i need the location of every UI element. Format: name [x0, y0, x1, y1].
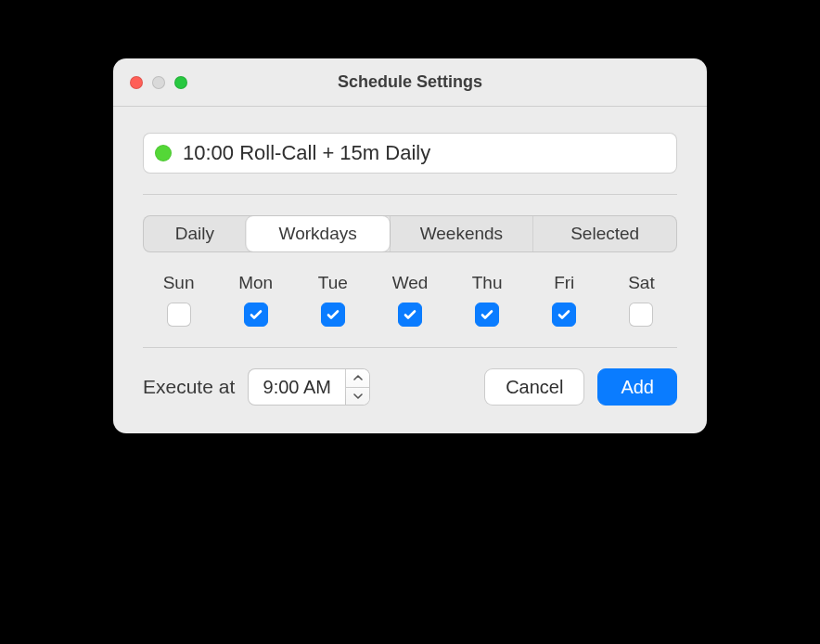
day-label: Sun: [163, 273, 195, 293]
day-wed: Wed: [374, 273, 445, 327]
day-fri: Fri: [529, 273, 600, 327]
divider: [143, 194, 677, 195]
execute-at-label: Execute at: [143, 376, 235, 398]
frequency-segmented: Daily Workdays Weekends Selected: [143, 215, 677, 252]
time-value: 9:00 AM: [249, 369, 345, 405]
day-label: Wed: [392, 273, 429, 293]
status-dot-icon: [155, 145, 172, 161]
day-label: Fri: [554, 273, 574, 293]
day-label: Tue: [318, 273, 348, 293]
checkbox-sat[interactable]: [629, 303, 653, 327]
stepper-down-icon[interactable]: [346, 387, 369, 406]
checkbox-mon[interactable]: [244, 303, 268, 327]
checkbox-thu[interactable]: [475, 303, 499, 327]
checkbox-wed[interactable]: [398, 303, 422, 327]
time-field[interactable]: 9:00 AM: [248, 368, 370, 406]
day-label: Sat: [628, 273, 655, 293]
day-mon: Mon: [220, 273, 291, 327]
minimize-icon[interactable]: [152, 76, 165, 89]
window-title: Schedule Settings: [128, 72, 692, 92]
segment-selected[interactable]: Selected: [532, 216, 676, 251]
dialog-body: 10:00 Roll-Call + 15m Daily Daily Workda…: [113, 107, 707, 433]
checkbox-fri[interactable]: [552, 303, 576, 327]
window-controls: [130, 76, 187, 89]
bottom-row: Execute at 9:00 AM Cancel Add: [143, 368, 677, 406]
day-tue: Tue: [297, 273, 368, 327]
day-label: Thu: [472, 273, 503, 293]
close-icon[interactable]: [130, 76, 143, 89]
stepper-up-icon[interactable]: [346, 369, 369, 387]
segment-workdays[interactable]: Workdays: [246, 216, 390, 251]
segment-daily[interactable]: Daily: [144, 216, 246, 251]
zoom-icon[interactable]: [174, 76, 187, 89]
segment-weekends[interactable]: Weekends: [390, 216, 533, 251]
add-button[interactable]: Add: [597, 368, 677, 406]
preset-title: 10:00 Roll-Call + 15m Daily: [183, 141, 430, 165]
time-stepper: [345, 369, 369, 405]
checkbox-sun[interactable]: [167, 303, 191, 327]
cancel-button[interactable]: Cancel: [484, 368, 584, 406]
schedule-settings-window: Schedule Settings 10:00 Roll-Call + 15m …: [113, 58, 707, 433]
titlebar: Schedule Settings: [113, 58, 707, 107]
day-sat: Sat: [606, 273, 677, 327]
divider: [143, 347, 677, 348]
preset-pill[interactable]: 10:00 Roll-Call + 15m Daily: [143, 133, 677, 174]
day-label: Mon: [238, 273, 273, 293]
day-sun: Sun: [143, 273, 214, 327]
day-checkbox-row: Sun Mon Tue Wed: [143, 273, 677, 327]
checkbox-tue[interactable]: [321, 303, 345, 327]
day-thu: Thu: [452, 273, 523, 327]
